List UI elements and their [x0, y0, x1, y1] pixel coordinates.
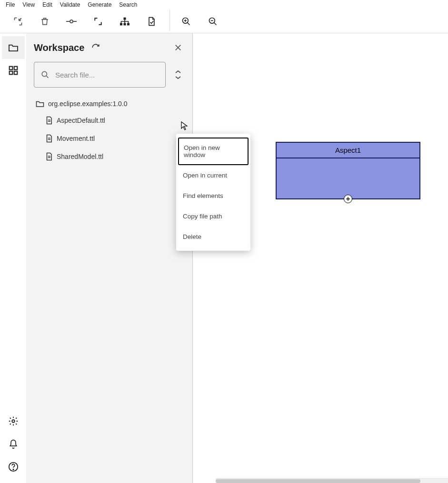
rail-workspace-icon[interactable]	[2, 36, 25, 59]
close-panel-icon[interactable]	[171, 41, 185, 54]
rail-grid-icon[interactable]	[2, 59, 25, 82]
toolbar-divider	[169, 10, 170, 31]
menu-view[interactable]: View	[19, 0, 39, 9]
context-menu: Open in new window Open in current Find …	[176, 134, 250, 251]
menu-validate[interactable]: Validate	[56, 0, 84, 9]
tree-file[interactable]: AspectDefault.ttl	[34, 112, 185, 128]
menu-edit[interactable]: Edit	[39, 0, 56, 9]
file-icon	[45, 134, 53, 143]
delete-icon[interactable]	[31, 11, 58, 32]
file-label: AspectDefault.ttl	[57, 117, 105, 124]
file-label: SharedModel.ttl	[57, 153, 103, 160]
menu-search[interactable]: Search	[115, 0, 141, 9]
file-icon	[45, 116, 53, 125]
svg-rect-7	[124, 23, 126, 25]
canvas-area[interactable]: Aspect1	[193, 33, 448, 483]
zoom-out-icon[interactable]	[199, 11, 226, 32]
svg-rect-6	[120, 23, 122, 25]
fit-icon[interactable]	[85, 11, 111, 32]
svg-rect-16	[9, 67, 12, 70]
validate-file-icon[interactable]	[138, 11, 165, 32]
folder-open-icon	[36, 100, 44, 108]
refresh-icon[interactable]	[89, 41, 102, 54]
aspect-node-title: Aspect1	[277, 143, 419, 158]
toolbar	[0, 10, 448, 33]
svg-rect-5	[124, 17, 126, 20]
context-delete[interactable]: Delete	[176, 227, 250, 247]
menu-generate[interactable]: Generate	[84, 0, 115, 9]
sidebar-title: Workspace	[34, 42, 84, 53]
connection-icon[interactable]	[58, 11, 85, 32]
aspect-node[interactable]: Aspect1	[276, 142, 420, 199]
zoom-in-icon[interactable]	[173, 11, 199, 32]
svg-rect-8	[127, 23, 129, 25]
file-icon	[45, 152, 53, 161]
tree-file[interactable]: Movement.ttl	[34, 130, 185, 147]
svg-line-26	[47, 76, 49, 78]
svg-line-14	[214, 22, 217, 25]
context-open-current[interactable]: Open in current	[176, 165, 250, 186]
workspace-sidebar: Workspace	[26, 33, 193, 483]
search-input[interactable]	[55, 71, 159, 79]
tree-file[interactable]: SharedModel.ttl	[34, 148, 185, 165]
rail-help-icon[interactable]	[2, 455, 25, 478]
svg-rect-17	[14, 67, 17, 70]
rail-notifications-icon[interactable]	[2, 433, 25, 455]
menubar: File View Edit Validate Generate Search	[0, 0, 448, 10]
collapse-all-icon[interactable]	[171, 68, 185, 81]
add-port-icon[interactable]	[344, 195, 352, 203]
svg-point-20	[12, 420, 15, 423]
tree-folder[interactable]: org.eclipse.examples:1.0.0	[34, 97, 185, 110]
collapse-icon[interactable]	[5, 11, 31, 32]
file-label: Movement.ttl	[57, 135, 95, 142]
svg-point-1	[70, 20, 73, 23]
context-copy-path[interactable]: Copy file path	[176, 206, 250, 227]
menu-file[interactable]: File	[2, 0, 19, 9]
svg-rect-18	[9, 71, 12, 75]
hierarchy-icon[interactable]	[111, 11, 138, 32]
svg-rect-19	[14, 71, 17, 75]
context-open-new-window[interactable]: Open in new window	[178, 138, 249, 165]
horizontal-scrollbar[interactable]	[216, 478, 448, 483]
context-find-elements[interactable]: Find elements	[176, 186, 250, 206]
folder-label: org.eclipse.examples:1.0.0	[48, 100, 128, 108]
search-icon	[41, 70, 50, 79]
left-rail	[0, 33, 26, 483]
search-box[interactable]	[34, 62, 166, 88]
svg-point-22	[13, 469, 13, 470]
scrollbar-thumb[interactable]	[216, 479, 420, 483]
svg-point-25	[42, 71, 47, 76]
rail-settings-icon[interactable]	[2, 410, 25, 433]
svg-line-10	[188, 22, 190, 25]
